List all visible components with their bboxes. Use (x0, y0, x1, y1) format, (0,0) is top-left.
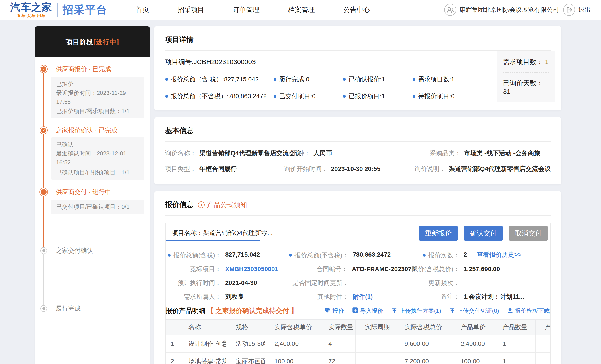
step-info-box: 已确认项目/已报价项目：1/1 (51, 165, 144, 180)
main-content: 项目详情 项目编号:JCBH202310300003 报价总额（含 税）:827… (154, 26, 561, 364)
field-label: 合同编号： (290, 265, 348, 273)
field-value: 827,715.042 (225, 251, 260, 258)
action-button-0[interactable]: 重新报价 (419, 226, 458, 241)
bullet-dot-icon (273, 95, 276, 98)
sidebar-title-status: [进行中] (93, 37, 119, 47)
column-header: 实际周期 (356, 319, 395, 335)
field-label: 需求所属人： (166, 293, 221, 301)
field-label: 询价说明： (408, 165, 446, 173)
timeline-line-pending (43, 251, 44, 309)
logout-icon[interactable] (563, 4, 575, 16)
nav-item-4[interactable]: 公告中心 (343, 5, 370, 14)
view-history-link[interactable]: 查看报价历史>> (477, 250, 522, 259)
step-info-line: 最近确认时间：2023-12-01 16:52 (56, 149, 140, 167)
page-layout: 项目阶段[进行中] ✓供应商报价 · 已完成已报价最近报价时间：2023-11-… (0, 20, 601, 364)
company-name[interactable]: 康辉集团北京国际会议展览有限公司 (459, 6, 559, 14)
field-value: 年框合同履行 (199, 165, 237, 173)
stat-text: 已确认报价:1 (349, 75, 385, 83)
basic-info-row: 询价名称：渠道营销部Q4代理新零售店交流会议币种：人民币采购品类：市场类 -线下… (165, 149, 551, 158)
field-label: 报价次数： (415, 251, 460, 260)
table-cell: 9,600.00 (395, 335, 451, 353)
bullet-dot-icon (289, 254, 292, 257)
table-cell: 1 (493, 353, 535, 364)
quote-field: 是否固定时间更新： (290, 279, 415, 287)
column-header (166, 319, 179, 335)
table-cell: 场地搭建-常规 (179, 353, 226, 364)
column-header: 实际含税单价 (265, 319, 319, 335)
quote-field: 报价次数：2查看报价历史>> (415, 250, 550, 260)
formula-notice-link[interactable]: i 产品公式须知 (198, 200, 247, 209)
step-info-line: 已交付项目/已确认项目：0/1 (56, 202, 140, 211)
step-info-box: 已报价项目/需求项目数：1/1 (51, 104, 144, 118)
nav-item-0[interactable]: 首页 (136, 5, 149, 14)
brand-block: 汽车之家 看车·买车·用车 (10, 2, 52, 18)
stat-item: 报价总额（不含税）:780,863.2472 (165, 92, 273, 101)
step-label-1: 之家报价确认 · 已完成 (56, 126, 117, 135)
step-dot-inner: ✓ (41, 66, 46, 72)
basic-info-field: 询价开始时间：2023-10-30 20:55 (284, 165, 408, 173)
toolbar-action-2[interactable]: 上传执行方案(1) (391, 307, 441, 315)
step-label-2: 供应商交付 · 进行中 (56, 188, 111, 196)
logo-divider (57, 3, 58, 17)
divider (165, 215, 551, 216)
field-label: 询价名称： (165, 149, 196, 158)
action-button-2[interactable]: 取消交付 (509, 226, 548, 241)
field-label: 预计执行时间： (166, 279, 221, 287)
quote-field: 报价总额(含税)：827,715.042 (166, 251, 290, 260)
project-stats: 报价总额（含 税）:827,715.042履行完成:0已确认报价:1需求项目数:… (165, 75, 551, 101)
step-label-3: 之家交付确认 (56, 246, 93, 255)
step-info-line: 已确认项目/已报价项目：1/1 (56, 168, 140, 177)
nav-item-3[interactable]: 档案管理 (288, 5, 315, 14)
action-button-1[interactable]: 确认交付 (464, 226, 503, 241)
toolbar-action-4[interactable]: 报价模板下载 (507, 307, 550, 315)
toolbar-label: 导入报价 (360, 307, 383, 315)
download-icon (507, 307, 515, 315)
quote-tab-row: 项目名称：渠道营销部Q4代理新零... 重新报价确认交付取消交付 (166, 223, 550, 242)
detail-status: 【 之家报价确认完成待交付 】 (207, 307, 298, 314)
toolbar-action-1[interactable]: 导入报价 (352, 307, 383, 315)
quote-detail-row: 报价产品明细【 之家报价确认完成待交付 】 报价导入报价上传执行方案(1)上传交… (166, 306, 550, 319)
quote-field: 竞标项目：XMBH2303050001 (166, 265, 290, 273)
quote-fields: 报价总额(含税)：827,715.042报价总额(不含税)：780,863.24… (166, 242, 550, 301)
field-value-link[interactable]: 附件(1) (353, 293, 373, 301)
sidebar-title: 项目阶段[进行中] (35, 26, 150, 58)
main-nav: 首页招采项目订单管理档案管理公告中心 (136, 5, 399, 14)
step-info-line: 已确认 (56, 140, 140, 149)
toolbar-action-3[interactable]: 上传交付凭证(0) (449, 307, 499, 315)
platform-name: 招采平台 (63, 3, 107, 17)
table-cell: 1 (493, 335, 535, 353)
column-header: 实际数量 (319, 319, 356, 335)
nav-item-2[interactable]: 订单管理 (233, 5, 260, 14)
project-detail-title: 项目详情 (165, 35, 551, 45)
field-value: 2023-10-30 20:55 (331, 165, 381, 172)
nav-item-1[interactable]: 招采项目 (178, 5, 204, 14)
field-label: 更新频次： (415, 279, 460, 287)
info-icon: i (198, 201, 205, 208)
table-row: 1设计制作-创意活动15-30秒/小2,400.0049,600.002,400… (166, 335, 551, 353)
step-info-line: 最近报价时间：2023-11-29 17:55 (56, 88, 140, 106)
upload-icon (391, 307, 399, 315)
field-label: 限价(含税总价)： (415, 265, 460, 273)
quote-field-row: 需求所属人：刘敉良其他附件：附件(1)备注：1.会议计划：计划11... (166, 293, 550, 301)
plus-square-icon (352, 307, 360, 315)
table-cell: 2,400.00 (265, 335, 319, 353)
project-detail-card: 项目详情 项目编号:JCBH202310300003 报价总额（含 税）:827… (154, 26, 561, 110)
product-table: 名称规格实际含税单价实际数量实际周期实际含税总价产品单价产品数量产品周期 1设计… (166, 319, 550, 364)
toolbar-action-0[interactable]: 报价 (324, 307, 344, 315)
stat-item: 报价总额（含 税）:827,715.042 (165, 75, 273, 83)
table-cell: 7,200.00 (395, 353, 451, 364)
quote-info-card: 报价信息 i 产品公式须知 项目名称：渠道营销部Q4代理新零... 重新报价确认… (154, 191, 561, 364)
basic-info-field: 项目类型：年框合同履行 (165, 165, 284, 173)
logout-button[interactable]: 退出 (578, 6, 591, 14)
stat-item: 已报价项目:1 (343, 92, 412, 101)
table-row: 2场地搭建-常规宝丽布画面，喷100.00727,200.00100.001 (166, 353, 551, 364)
basic-info-field: 询价名称：渠道营销部Q4代理新零售店交流会议 (165, 149, 291, 158)
field-label: 其他附件： (290, 293, 349, 301)
column-header: 产品数量 (493, 319, 535, 335)
field-value-link[interactable]: XMBH2303050001 (225, 265, 278, 273)
field-label: 报价总额(含税)： (166, 251, 221, 260)
table-cell: 设计制作-创意 (179, 335, 226, 353)
field-value: 刘敉良 (225, 293, 244, 301)
field-label: 采购品类： (423, 149, 461, 158)
tab-project-name[interactable]: 项目名称：渠道营销部Q4代理新零... (166, 226, 260, 242)
